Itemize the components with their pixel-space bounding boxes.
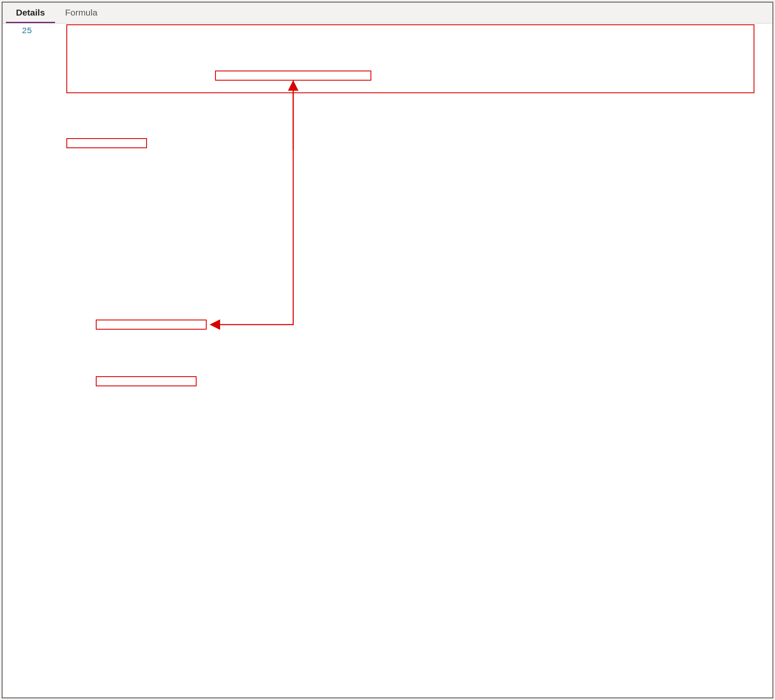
annotation-box-ishidden bbox=[96, 376, 197, 386]
tab-details[interactable]: Details bbox=[6, 3, 55, 23]
tab-bar: Details Formula bbox=[3, 3, 772, 24]
code-editor[interactable]: 25 bbox=[3, 24, 772, 697]
code-content[interactable] bbox=[36, 24, 772, 25]
line-number-gutter: 25 bbox=[3, 24, 36, 697]
code-area[interactable] bbox=[36, 24, 772, 697]
annotation-box-attribute-telephone1 bbox=[215, 71, 371, 81]
annotation-box-name-telephone1 bbox=[96, 320, 207, 330]
editor-window: Details Formula 25 bbox=[2, 2, 773, 698]
annotation-arrow bbox=[36, 24, 750, 401]
tab-formula[interactable]: Formula bbox=[55, 3, 108, 23]
annotation-box-viewfields bbox=[66, 138, 147, 148]
annotation-box-fetchxml bbox=[66, 24, 754, 93]
